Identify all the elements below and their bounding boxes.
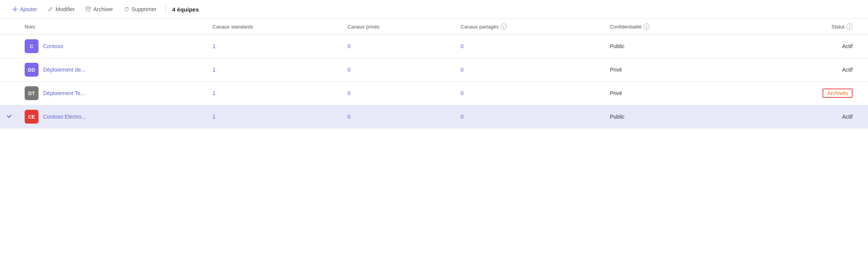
confidentialite-info-icon: i xyxy=(643,23,650,30)
team-avatar: CE xyxy=(25,110,39,124)
delete-label: Supprimer xyxy=(132,6,157,12)
row-canaux-prives: 0 xyxy=(342,35,455,58)
team-avatar: DD xyxy=(25,63,39,77)
header-canaux-partages: Canaux partagés i xyxy=(454,19,604,35)
equipes-count: 4 équipes xyxy=(172,6,199,13)
row-canaux-prives: 0 xyxy=(342,58,455,82)
row-statut: Actif xyxy=(737,105,868,129)
canaux-partages-info-icon: i xyxy=(501,23,507,30)
modify-button[interactable]: Modifier xyxy=(43,4,79,15)
row-canaux-prives: 0 xyxy=(342,82,455,105)
team-name-link[interactable]: Contoso xyxy=(43,43,63,49)
row-confidentialite: Public xyxy=(604,105,737,129)
row-check[interactable] xyxy=(0,35,18,58)
row-confidentialite: Public xyxy=(604,35,737,58)
svg-rect-2 xyxy=(86,7,90,8)
row-confidentialite: Privé xyxy=(604,82,737,105)
row-statut: Actif xyxy=(737,58,868,82)
table-header: Nom Canaux standards Canaux privés Canau… xyxy=(0,19,868,35)
row-canaux-standards: 1 xyxy=(206,105,342,129)
status-badge-actif: Actif xyxy=(842,43,853,49)
archive-label: Archiver xyxy=(93,6,113,12)
row-canaux-partages: 0 xyxy=(454,35,604,58)
row-check[interactable] xyxy=(0,58,18,82)
archive-icon xyxy=(85,7,91,12)
header-canaux-prives: Canaux privés xyxy=(342,19,455,35)
header-statut: Statut i xyxy=(737,19,868,35)
edit-icon xyxy=(48,7,53,12)
toolbar: Ajouter Modifier Archiver Supprimer 4 éq xyxy=(0,0,868,19)
team-name-link[interactable]: Déploiement Te... xyxy=(43,90,85,96)
row-name-cell: CE Contoso Electro... xyxy=(18,105,206,129)
table-row[interactable]: DT Déploiement Te... 100PrivéArchivés xyxy=(0,82,868,105)
separator xyxy=(166,5,166,14)
teams-table: Nom Canaux standards Canaux privés Canau… xyxy=(0,19,868,129)
row-canaux-prives: 0 xyxy=(342,105,455,129)
row-check[interactable] xyxy=(0,105,18,129)
add-label: Ajouter xyxy=(20,6,37,12)
trash-icon xyxy=(124,7,129,12)
row-confidentialite: Privé xyxy=(604,58,737,82)
add-button[interactable]: Ajouter xyxy=(8,4,42,15)
row-name-cell: C Contoso xyxy=(18,35,206,58)
team-name-link[interactable]: Contoso Electro... xyxy=(43,114,86,120)
archive-button[interactable]: Archiver xyxy=(81,4,117,15)
status-badge-archived: Archivés xyxy=(823,89,853,98)
header-nom: Nom xyxy=(18,19,206,35)
table-row[interactable]: DD Déploiement de... 100PrivéActif xyxy=(0,58,868,82)
team-avatar: C xyxy=(25,39,39,53)
row-canaux-partages: 0 xyxy=(454,105,604,129)
row-name-cell: DD Déploiement de... xyxy=(18,58,206,82)
row-canaux-partages: 0 xyxy=(454,82,604,105)
row-canaux-standards: 1 xyxy=(206,58,342,82)
row-canaux-partages: 0 xyxy=(454,58,604,82)
row-statut: Archivés xyxy=(737,82,868,105)
row-canaux-standards: 1 xyxy=(206,35,342,58)
team-name-link[interactable]: Déploiement de... xyxy=(43,67,85,73)
row-canaux-standards: 1 xyxy=(206,82,342,105)
row-check[interactable] xyxy=(0,82,18,105)
status-badge-actif: Actif xyxy=(842,114,853,120)
modify-label: Modifier xyxy=(55,6,75,12)
table-row[interactable]: C Contoso 100PublicActif xyxy=(0,35,868,58)
delete-button[interactable]: Supprimer xyxy=(119,4,161,15)
teams-table-container: Nom Canaux standards Canaux privés Canau… xyxy=(0,19,868,129)
header-confidentialite: Confidentialité i xyxy=(604,19,737,35)
header-check xyxy=(0,19,18,35)
team-avatar: DT xyxy=(25,86,39,100)
plus-icon xyxy=(12,7,18,12)
header-canaux-standards: Canaux standards xyxy=(206,19,342,35)
statut-info-icon: i xyxy=(846,23,853,30)
row-statut: Actif xyxy=(737,35,868,58)
table-body: C Contoso 100PublicActif DD Déploiement … xyxy=(0,35,868,129)
row-name-cell: DT Déploiement Te... xyxy=(18,82,206,105)
status-badge-actif: Actif xyxy=(842,67,853,73)
table-row[interactable]: CE Contoso Electro... 100PublicActif xyxy=(0,105,868,129)
